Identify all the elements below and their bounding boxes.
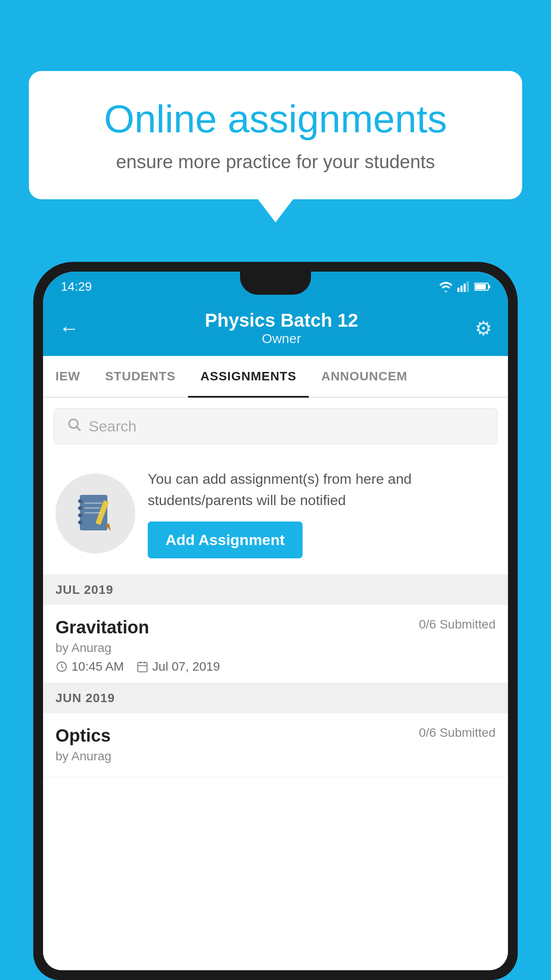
back-button[interactable]: ←	[59, 316, 79, 340]
assignment-by: by Anurag	[55, 641, 496, 655]
svg-rect-17	[84, 512, 101, 514]
settings-icon[interactable]: ⚙	[475, 317, 492, 340]
promo-icon-circle	[55, 474, 135, 553]
promo-text-block: You can add assignment(s) from here and …	[148, 468, 496, 558]
phone: 14:29 ← Physics Batch 12 Owner ⚙	[33, 262, 518, 980]
assignment-item-optics[interactable]: Optics 0/6 Submitted by Anurag	[43, 713, 508, 777]
assignment-submitted-optics: 0/6 Submitted	[419, 726, 496, 740]
svg-rect-0	[457, 288, 460, 292]
add-assignment-button[interactable]: Add Assignment	[148, 522, 303, 558]
section-header-jun: JUN 2019	[43, 683, 508, 713]
svg-rect-15	[84, 502, 102, 504]
phone-screen: 14:29 ← Physics Batch 12 Owner ⚙	[43, 272, 508, 970]
svg-rect-5	[475, 284, 486, 289]
status-icons	[439, 281, 490, 292]
clock-icon	[55, 660, 68, 673]
tabs-bar: IEW STUDENTS ASSIGNMENTS ANNOUNCEM	[43, 356, 508, 398]
search-bar[interactable]: Search	[54, 408, 497, 444]
assignment-by-optics: by Anurag	[55, 749, 496, 763]
svg-rect-11	[78, 514, 83, 517]
speech-bubble-container: Online assignments ensure more practice …	[29, 71, 522, 199]
notch	[240, 272, 311, 295]
status-bar: 14:29	[43, 272, 508, 300]
assignment-submitted: 0/6 Submitted	[419, 617, 496, 632]
bubble-title: Online assignments	[60, 98, 491, 141]
tab-assignments[interactable]: ASSIGNMENTS	[188, 356, 309, 397]
date-text: Jul 07, 2019	[152, 660, 220, 674]
svg-rect-1	[460, 286, 463, 292]
svg-rect-19	[138, 663, 147, 672]
svg-rect-16	[84, 507, 100, 509]
speech-bubble: Online assignments ensure more practice …	[29, 71, 522, 199]
assignment-name: Gravitation	[55, 617, 149, 637]
header-title-block: Physics Batch 12 Owner	[88, 310, 475, 346]
svg-rect-3	[467, 281, 469, 292]
tab-announcements[interactable]: ANNOUNCEM	[309, 356, 420, 397]
app-header: ← Physics Batch 12 Owner ⚙	[43, 300, 508, 356]
assignment-item-gravitation[interactable]: Gravitation 0/6 Submitted by Anurag 10:4…	[43, 605, 508, 683]
time-text: 10:45 AM	[71, 660, 124, 674]
svg-line-7	[77, 427, 80, 431]
svg-rect-12	[78, 521, 83, 524]
wifi-icon	[439, 281, 453, 292]
search-placeholder: Search	[89, 418, 137, 435]
promo-description: You can add assignment(s) from here and …	[148, 468, 496, 511]
battery-icon	[474, 282, 490, 291]
svg-rect-2	[464, 284, 466, 292]
svg-point-6	[69, 419, 78, 428]
batch-subtitle: Owner	[88, 331, 475, 346]
tab-iew[interactable]: IEW	[43, 356, 93, 397]
section-header-jul: JUL 2019	[43, 575, 508, 605]
calendar-icon	[136, 660, 149, 673]
assignment-time: 10:45 AM	[55, 660, 124, 674]
notebook-icon	[75, 491, 115, 536]
content-area: Search	[43, 398, 508, 970]
assignment-top-row-optics: Optics 0/6 Submitted	[55, 726, 496, 746]
assignment-top-row: Gravitation 0/6 Submitted	[55, 617, 496, 637]
assignment-meta: 10:45 AM Jul 07, 2019	[55, 660, 496, 674]
svg-rect-10	[78, 506, 83, 510]
signal-icon	[457, 281, 470, 292]
promo-card: You can add assignment(s) from here and …	[43, 452, 508, 575]
status-time: 14:29	[61, 280, 92, 294]
batch-title: Physics Batch 12	[88, 310, 475, 331]
bubble-subtitle: ensure more practice for your students	[60, 151, 491, 173]
svg-rect-9	[78, 499, 83, 503]
assignment-name-optics: Optics	[55, 726, 110, 746]
phone-outer: 14:29 ← Physics Batch 12 Owner ⚙	[33, 262, 518, 980]
assignment-date: Jul 07, 2019	[136, 660, 220, 674]
search-icon	[67, 417, 82, 436]
tab-students[interactable]: STUDENTS	[93, 356, 188, 397]
